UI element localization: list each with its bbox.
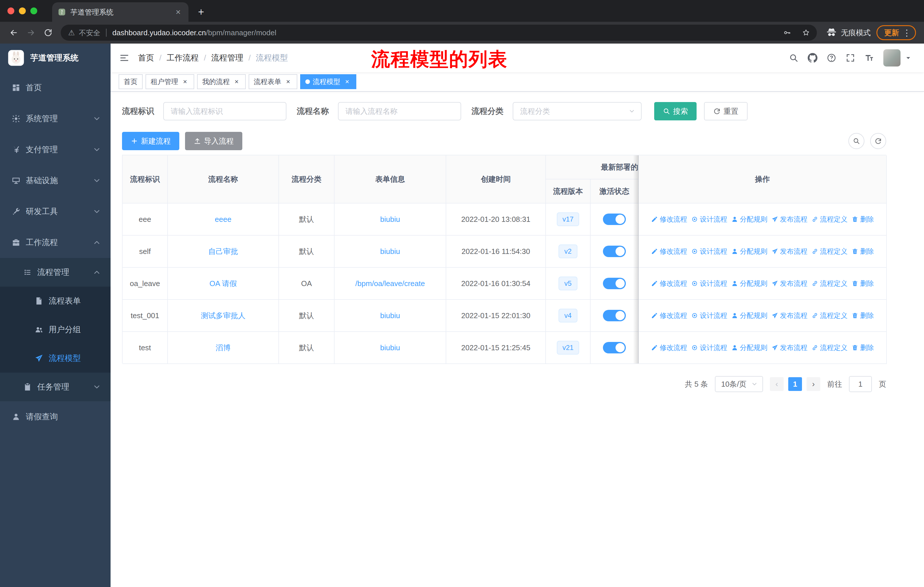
process-name-link[interactable]: eeee xyxy=(215,215,231,224)
action-definition-link[interactable]: 流程定义 xyxy=(812,279,848,288)
import-process-button[interactable]: 导入流程 xyxy=(185,132,242,150)
form-link[interactable]: biubiu xyxy=(380,343,400,352)
sidebar-item-5[interactable]: 工作流程 xyxy=(0,227,111,258)
sidebar-item-2[interactable]: 支付管理 xyxy=(0,134,111,165)
reset-button[interactable]: 重置 xyxy=(704,102,747,121)
page-size-select[interactable]: 10条/页 xyxy=(715,376,763,392)
action-edit-link[interactable]: 修改流程 xyxy=(651,279,687,288)
refresh-table-button[interactable] xyxy=(870,133,886,149)
goto-page-input[interactable] xyxy=(849,376,872,392)
close-tag-icon[interactable]: × xyxy=(284,78,292,86)
status-toggle[interactable] xyxy=(603,342,626,354)
action-edit-link[interactable]: 修改流程 xyxy=(651,311,687,320)
sidebar-item-1[interactable]: 系统管理 xyxy=(0,103,111,134)
sidebar-item-8[interactable]: 用户分组 xyxy=(0,315,111,344)
fullscreen-icon[interactable] xyxy=(845,53,855,63)
action-edit-link[interactable]: 修改流程 xyxy=(651,215,687,224)
action-assign-link[interactable]: 分配规则 xyxy=(731,215,767,224)
sidebar-item-9[interactable]: 流程模型 xyxy=(0,344,111,373)
close-tag-icon[interactable]: × xyxy=(233,78,241,86)
action-definition-link[interactable]: 流程定义 xyxy=(812,311,848,320)
minimize-window-button[interactable] xyxy=(19,7,26,14)
user-avatar[interactable] xyxy=(883,49,901,66)
forward-button[interactable] xyxy=(23,25,39,41)
address-bar[interactable]: ⚠ 不安全 dashboard.yudao.iocoder.cn/bpm/man… xyxy=(61,25,817,41)
form-link[interactable]: biubiu xyxy=(380,311,400,320)
sidebar-item-4[interactable]: 研发工具 xyxy=(0,196,111,227)
process-name-link[interactable]: OA 请假 xyxy=(210,279,237,289)
font-size-icon[interactable] xyxy=(865,53,874,63)
tag-2[interactable]: 我的流程× xyxy=(197,74,246,89)
action-publish-link[interactable]: 发布流程 xyxy=(771,279,807,288)
breadcrumb-item[interactable]: 流程模型 xyxy=(256,53,288,63)
process-id-input[interactable] xyxy=(163,102,286,121)
prev-page-button[interactable]: ‹ xyxy=(770,377,784,391)
action-design-link[interactable]: 设计流程 xyxy=(691,215,727,224)
process-name-input[interactable] xyxy=(338,102,461,121)
search-button[interactable]: 搜索 xyxy=(654,102,696,121)
action-design-link[interactable]: 设计流程 xyxy=(691,247,727,256)
form-link[interactable]: biubiu xyxy=(380,215,400,224)
action-publish-link[interactable]: 发布流程 xyxy=(771,247,807,256)
page-1-button[interactable]: 1 xyxy=(788,377,802,391)
action-publish-link[interactable]: 发布流程 xyxy=(771,215,807,224)
action-publish-link[interactable]: 发布流程 xyxy=(771,311,807,320)
form-link[interactable]: biubiu xyxy=(380,247,400,256)
github-icon[interactable] xyxy=(808,53,817,63)
category-select[interactable]: 流程分类 xyxy=(513,102,642,121)
next-page-button[interactable]: › xyxy=(807,377,820,391)
sidebar-item-7[interactable]: 流程表单 xyxy=(0,287,111,315)
action-assign-link[interactable]: 分配规则 xyxy=(731,343,767,352)
new-tab-button[interactable]: + xyxy=(193,4,209,20)
close-tag-icon[interactable]: × xyxy=(181,78,189,86)
create-process-button[interactable]: 新建流程 xyxy=(122,132,179,150)
action-definition-link[interactable]: 流程定义 xyxy=(812,215,848,224)
tag-4[interactable]: 流程模型× xyxy=(300,74,356,89)
form-link[interactable]: /bpm/oa/leave/create xyxy=(355,279,425,288)
browser-tab[interactable]: 芋道管理系统 × xyxy=(52,2,188,22)
sidebar-item-11[interactable]: 请假查询 xyxy=(0,401,111,432)
toggle-search-button[interactable] xyxy=(848,133,865,149)
status-toggle[interactable] xyxy=(603,278,626,289)
collapse-sidebar-button[interactable] xyxy=(111,53,138,63)
action-edit-link[interactable]: 修改流程 xyxy=(651,343,687,352)
zoom-window-button[interactable] xyxy=(30,7,37,14)
close-window-button[interactable] xyxy=(7,7,14,14)
action-definition-link[interactable]: 流程定义 xyxy=(812,343,848,352)
security-label[interactable]: 不安全 xyxy=(79,28,100,38)
close-tab-icon[interactable]: × xyxy=(173,7,183,17)
status-toggle[interactable] xyxy=(603,246,626,257)
action-assign-link[interactable]: 分配规则 xyxy=(731,247,767,256)
action-delete-link[interactable]: 删除 xyxy=(851,279,874,288)
process-name-link[interactable]: 自己审批 xyxy=(208,246,238,256)
breadcrumb-item[interactable]: 工作流程 xyxy=(167,53,199,63)
action-assign-link[interactable]: 分配规则 xyxy=(731,279,767,288)
action-delete-link[interactable]: 删除 xyxy=(851,247,874,256)
action-assign-link[interactable]: 分配规则 xyxy=(731,311,767,320)
sidebar-item-0[interactable]: 首页 xyxy=(0,72,111,103)
action-definition-link[interactable]: 流程定义 xyxy=(812,247,848,256)
breadcrumb-item[interactable]: 流程管理 xyxy=(211,53,243,63)
tag-3[interactable]: 流程表单× xyxy=(249,74,297,89)
action-publish-link[interactable]: 发布流程 xyxy=(771,343,807,352)
bookmark-star-icon[interactable] xyxy=(799,25,813,40)
action-delete-link[interactable]: 删除 xyxy=(851,343,874,352)
status-toggle[interactable] xyxy=(603,213,626,225)
tag-0[interactable]: 首页 xyxy=(119,74,143,89)
menu-dots-icon[interactable]: ⋮ xyxy=(903,28,911,38)
action-delete-link[interactable]: 删除 xyxy=(851,215,874,224)
close-tag-icon[interactable]: × xyxy=(343,78,351,86)
process-name-link[interactable]: 滔博 xyxy=(216,343,231,353)
sidebar-item-6[interactable]: 流程管理 xyxy=(0,258,111,287)
action-delete-link[interactable]: 删除 xyxy=(851,311,874,320)
action-design-link[interactable]: 设计流程 xyxy=(691,343,727,352)
sidebar-item-3[interactable]: 基础设施 xyxy=(0,165,111,196)
action-design-link[interactable]: 设计流程 xyxy=(691,311,727,320)
back-button[interactable] xyxy=(6,25,22,41)
breadcrumb-item[interactable]: 首页 xyxy=(138,53,154,63)
action-edit-link[interactable]: 修改流程 xyxy=(651,247,687,256)
tag-1[interactable]: 租户管理× xyxy=(145,74,194,89)
process-name-link[interactable]: 测试多审批人 xyxy=(201,311,246,321)
action-design-link[interactable]: 设计流程 xyxy=(691,279,727,288)
search-icon[interactable] xyxy=(789,53,799,63)
